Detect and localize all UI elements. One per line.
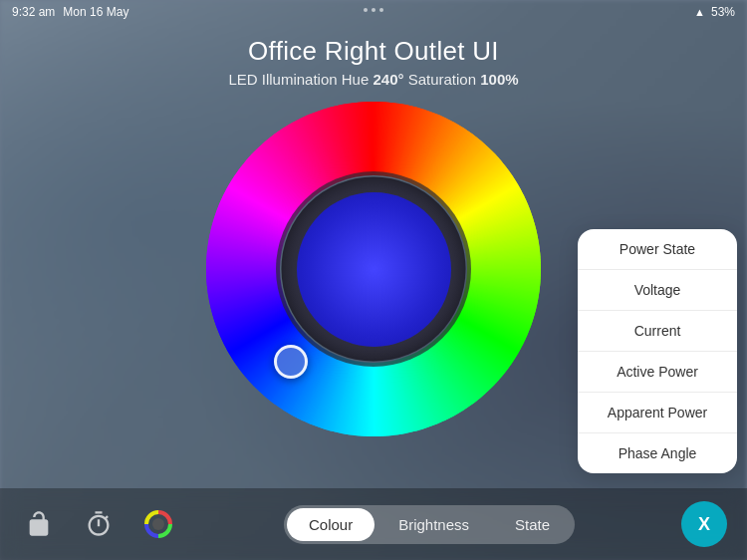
battery-percentage: 53%	[711, 5, 735, 19]
saturation-label: Saturation	[404, 71, 481, 88]
page-title: Office Right Outlet UI	[228, 36, 518, 67]
status-time: 9:32 am	[12, 5, 55, 19]
three-dots	[364, 8, 383, 12]
subtitle: LED Illumination Hue 240° Saturation 100…	[228, 71, 518, 88]
wifi-icon: ▲	[694, 6, 705, 18]
title-area: Office Right Outlet UI LED Illumination …	[228, 36, 518, 88]
saturation-value: 100%	[480, 71, 518, 88]
status-bar: 9:32 am Mon 16 May ▲ 53%	[0, 0, 747, 24]
hue-value: 240°	[373, 71, 403, 88]
status-date: Mon 16 May	[63, 5, 128, 19]
main-content: Office Right Outlet UI LED Illumination …	[0, 0, 747, 560]
subtitle-prefix: LED Illumination Hue	[228, 71, 373, 88]
